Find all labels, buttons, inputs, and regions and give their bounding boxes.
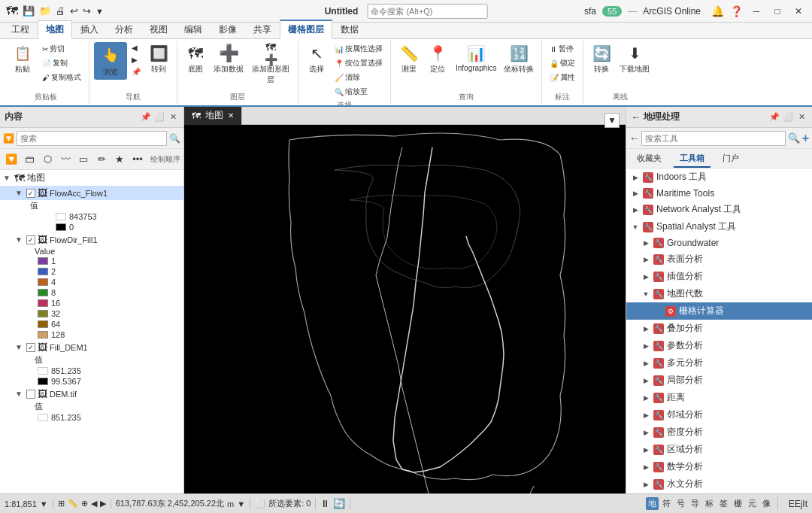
line-toolbar-btn[interactable]: 〰 <box>57 151 74 168</box>
bottom-icon-label[interactable]: 导 <box>689 497 701 510</box>
tree-surface[interactable]: ▶ 🔧 表面分析 <box>626 250 812 268</box>
flowAcc-checkbox[interactable] <box>26 189 35 198</box>
bottom-icon-map[interactable]: 地 <box>646 497 659 510</box>
tree-distance[interactable]: ▶ 🔧 距离 <box>626 389 812 406</box>
geo-close-btn[interactable]: ✕ <box>795 111 807 123</box>
quick-save-btn[interactable]: 💾 <box>23 5 35 17</box>
tab-imagery[interactable]: 影像 <box>211 20 245 38</box>
nav-icon3[interactable]: ⊕ <box>81 499 88 508</box>
fillDEM-checkbox[interactable] <box>26 343 35 352</box>
star-toolbar-btn[interactable]: ★ <box>111 151 128 168</box>
quick-open-btn[interactable]: 📁 <box>39 5 51 17</box>
unit-dropdown[interactable]: ▼ <box>237 499 245 508</box>
map-root-item[interactable]: ▼ 🗺 地图 <box>0 170 183 186</box>
scale-dropdown-icon[interactable]: ▼ <box>40 499 48 508</box>
browse-btn[interactable]: 👆 浏览 <box>94 42 127 80</box>
label-props-btn[interactable]: 📝 属性 <box>547 71 578 84</box>
bottom-icon-grid[interactable]: 签 <box>717 497 730 510</box>
command-search-input[interactable] <box>367 4 487 19</box>
contents-pin-btn[interactable]: 📌 <box>140 111 152 123</box>
basemap-btn[interactable]: 🗺 底图 <box>182 42 209 77</box>
tree-math[interactable]: ▶ 🔧 数学分析 <box>626 458 812 475</box>
tab-rasterlayer[interactable]: 栅格图层 <box>280 20 332 39</box>
bottom-icon-extra[interactable]: 像 <box>760 497 773 510</box>
tree-spatial[interactable]: ▼ 🔧 Spatial Analyst 工具 <box>626 218 812 235</box>
close-btn[interactable]: ✕ <box>791 4 806 19</box>
tree-map-algebra[interactable]: ▼ 🔧 地图代数 <box>626 285 812 302</box>
filter-toolbar-btn[interactable]: 🔽 <box>3 151 20 168</box>
add-graphic-btn[interactable]: 🗺➕ 添加图形图层 <box>248 42 293 87</box>
goto-btn[interactable]: 🔲 转到 <box>145 42 172 77</box>
tab-share[interactable]: 共享 <box>245 20 280 38</box>
add-data-btn[interactable]: ➕ 添加数据 <box>211 42 247 77</box>
nav-forward-btn[interactable]: ▶ <box>129 54 144 65</box>
geo-tab-favorites[interactable]: 收藏夹 <box>631 150 668 168</box>
tab-insert[interactable]: 插入 <box>72 20 107 38</box>
tree-multivariate2[interactable]: ▶ 🔧 多元分析 <box>626 354 812 372</box>
refresh-status-btn[interactable]: 🔄 <box>333 498 345 509</box>
tree-regional[interactable]: ▶ 🔧 区域分析 <box>626 441 812 458</box>
zoom-select-btn[interactable]: 🔍 缩放至 <box>332 85 386 99</box>
geo-add-btn[interactable]: + <box>802 132 809 145</box>
tab-analysis[interactable]: 分析 <box>107 20 141 38</box>
attr-select-btn[interactable]: 📊 按属性选择 <box>332 42 386 56</box>
tree-hydro[interactable]: ▶ 🔧 水文分析 <box>626 475 812 493</box>
map-canvas[interactable] <box>184 125 626 493</box>
redo-btn[interactable]: ↪ <box>83 5 91 17</box>
geo-back-btn[interactable]: ← <box>631 111 641 123</box>
measure-btn[interactable]: 📏 测里 <box>395 42 423 77</box>
tree-overlay[interactable]: ▶ 🔧 叠加分析 <box>626 320 812 337</box>
map-tab[interactable]: 🗺 地图 ✕ <box>184 107 242 125</box>
pause-status-btn[interactable]: ⏸ <box>320 498 330 509</box>
help-btn[interactable]: ❓ <box>730 5 743 17</box>
bottom-icon-search[interactable]: 号 <box>674 497 687 510</box>
pencil-toolbar-btn[interactable]: ✏ <box>93 151 110 168</box>
format-btn[interactable]: 🖌 复制格式 <box>39 71 84 84</box>
infographics-btn[interactable]: 📊 Infographics <box>453 42 499 74</box>
flowDir-item[interactable]: ▼ 🖼 FlowDir_Fill1 <box>0 232 183 247</box>
tree-groundwater[interactable]: ▶ 🔧 Groundwater <box>626 235 812 250</box>
paste-btn[interactable]: 📋 粘贴 <box>8 42 38 77</box>
minimize-btn[interactable]: ─ <box>749 4 764 19</box>
clear-select-btn[interactable]: 🧹 清除 <box>332 71 386 84</box>
polygon-toolbar-btn[interactable]: ⬡ <box>39 151 56 168</box>
notification-btn[interactable]: 🔔 <box>711 5 724 17</box>
quick-print-btn[interactable]: 🖨 <box>56 5 65 17</box>
flowDir-checkbox[interactable] <box>26 235 35 244</box>
search-icon[interactable]: 🔍 <box>169 133 180 144</box>
map-tab-close-btn[interactable]: ✕ <box>228 111 234 120</box>
nav-pin-btn[interactable]: 📌 <box>129 66 144 77</box>
geo-tab-portal[interactable]: 门户 <box>717 150 745 168</box>
convert-btn[interactable]: 🔄 转换 <box>588 42 615 77</box>
tree-network[interactable]: ▶ 🔧 Network Analyst 工具 <box>626 201 812 218</box>
cut-btn[interactable]: ✂ 剪切 <box>39 42 84 56</box>
demtif-checkbox[interactable] <box>26 390 35 399</box>
nav-back-btn[interactable]: ◀ <box>129 42 144 53</box>
tree-interpolation[interactable]: ▶ 🔧 插值分析 <box>626 268 812 285</box>
geoprocessing-search-input[interactable] <box>641 131 786 146</box>
fillDEM-item[interactable]: ▼ 🖼 Fill_DEM1 <box>0 340 183 354</box>
loc-select-btn[interactable]: 📍 按位置选择 <box>332 56 386 70</box>
geo-tab-toolbox[interactable]: 工具箱 <box>674 150 710 168</box>
contents-close-btn[interactable]: ✕ <box>167 111 179 123</box>
bottom-icon-meta[interactable]: 元 <box>746 497 759 510</box>
tree-density[interactable]: ▶ 🔧 密度分析 <box>626 423 812 441</box>
database-toolbar-btn[interactable]: 🗃 <box>21 151 38 168</box>
tab-data[interactable]: 数据 <box>332 20 367 38</box>
bottom-icon-symbol[interactable]: 符 <box>660 497 673 510</box>
nav-status-icon[interactable]: ⊞ <box>58 499 65 508</box>
customize-btn[interactable]: ▼ <box>95 7 104 16</box>
tree-local[interactable]: ▶ 🔧 局部分析 <box>626 372 812 389</box>
tab-edit[interactable]: 编辑 <box>176 20 211 38</box>
map-nav-dropdown[interactable]: ▼ <box>604 113 620 128</box>
demtif-item[interactable]: ▼ 🖼 DEM.tif <box>0 387 183 401</box>
maximize-btn[interactable]: □ <box>770 4 785 19</box>
lock-label-btn[interactable]: 🔒 锁定 <box>547 56 578 70</box>
tab-project[interactable]: 工程 <box>3 20 38 38</box>
tree-maritime[interactable]: ▶ 🔧 Maritime Tools <box>626 186 812 201</box>
tree-extract[interactable]: ▶ 🔧 点视频制 <box>626 493 812 493</box>
scale-display[interactable]: 1:81,851 <box>5 499 37 508</box>
coords-btn[interactable]: 🔢 坐标转换 <box>501 42 537 77</box>
geo-pin-btn[interactable]: 📌 <box>768 111 780 123</box>
select-btn[interactable]: ↖ 选择 <box>303 42 330 77</box>
